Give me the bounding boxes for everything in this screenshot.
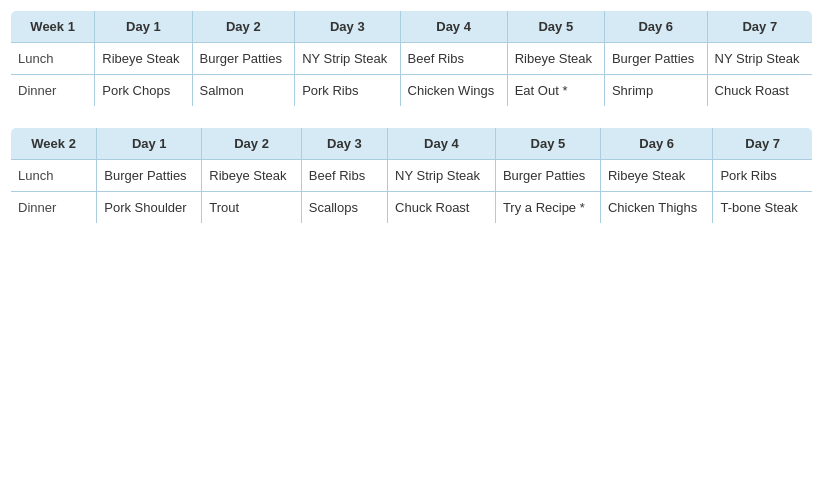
meal-cell-week2-0-day5: Burger Patties <box>495 160 600 192</box>
day-header-week2-5: Day 5 <box>495 128 600 160</box>
day-header-week1-4: Day 4 <box>400 11 507 43</box>
meal-cell-week1-1-day3: Pork Ribs <box>295 75 400 107</box>
meal-cell-week2-1-day1: Pork Shoulder <box>97 192 202 224</box>
day-header-week2-2: Day 2 <box>202 128 302 160</box>
meal-cell-week1-0-day1: Ribeye Steak <box>95 43 192 75</box>
day-header-week1-2: Day 2 <box>192 11 295 43</box>
day-header-week2-4: Day 4 <box>388 128 496 160</box>
meal-label-week1-1: Dinner <box>11 75 95 107</box>
meal-cell-week1-0-day6: Burger Patties <box>604 43 707 75</box>
meal-cell-week1-1-day2: Salmon <box>192 75 295 107</box>
meal-plan-table-week1: Week 1Day 1Day 2Day 3Day 4Day 5Day 6Day … <box>10 10 813 107</box>
day-header-week1-1: Day 1 <box>95 11 192 43</box>
meal-cell-week2-1-day2: Trout <box>202 192 302 224</box>
meal-cell-week1-0-day5: Ribeye Steak <box>507 43 604 75</box>
week-label-week1: Week 1 <box>11 11 95 43</box>
day-header-week1-6: Day 6 <box>604 11 707 43</box>
meal-cell-week2-1-day5: Try a Recipe * <box>495 192 600 224</box>
meal-cell-week1-1-day5: Eat Out * <box>507 75 604 107</box>
meal-plan-table-week2: Week 2Day 1Day 2Day 3Day 4Day 5Day 6Day … <box>10 127 813 224</box>
meal-cell-week2-0-day6: Ribeye Steak <box>600 160 713 192</box>
day-header-week2-7: Day 7 <box>713 128 813 160</box>
meal-row-week2-lunch: LunchBurger PattiesRibeye SteakBeef Ribs… <box>11 160 813 192</box>
day-header-week1-5: Day 5 <box>507 11 604 43</box>
meal-cell-week2-0-day4: NY Strip Steak <box>388 160 496 192</box>
meal-row-week1-dinner: DinnerPork ChopsSalmonPork RibsChicken W… <box>11 75 813 107</box>
week-label-text: Week 1 <box>30 19 75 34</box>
meal-cell-week2-0-day1: Burger Patties <box>97 160 202 192</box>
meal-row-week2-dinner: DinnerPork ShoulderTroutScallopsChuck Ro… <box>11 192 813 224</box>
meal-label-week1-0: Lunch <box>11 43 95 75</box>
meal-cell-week1-1-day1: Pork Chops <box>95 75 192 107</box>
meal-cell-week1-0-day4: Beef Ribs <box>400 43 507 75</box>
meal-cell-week1-1-day6: Shrimp <box>604 75 707 107</box>
day-header-week1-7: Day 7 <box>707 11 812 43</box>
meal-label-week2-1: Dinner <box>11 192 97 224</box>
meal-row-week1-lunch: LunchRibeye SteakBurger PattiesNY Strip … <box>11 43 813 75</box>
meal-cell-week2-1-day4: Chuck Roast <box>388 192 496 224</box>
meal-cell-week2-0-day7: Pork Ribs <box>713 160 813 192</box>
week-label-week2: Week 2 <box>11 128 97 160</box>
meal-cell-week1-0-day2: Burger Patties <box>192 43 295 75</box>
meal-cell-week2-1-day6: Chicken Thighs <box>600 192 713 224</box>
meal-cell-week1-1-day4: Chicken Wings <box>400 75 507 107</box>
week-label-text: Week 2 <box>31 136 76 151</box>
meal-cell-week2-1-day7: T-bone Steak <box>713 192 813 224</box>
meal-cell-week2-0-day2: Ribeye Steak <box>202 160 302 192</box>
meal-label-week2-0: Lunch <box>11 160 97 192</box>
meal-cell-week1-0-day3: NY Strip Steak <box>295 43 400 75</box>
meal-cell-week2-1-day3: Scallops <box>301 192 387 224</box>
day-header-week2-3: Day 3 <box>301 128 387 160</box>
meal-cell-week1-0-day7: NY Strip Steak <box>707 43 812 75</box>
meal-cell-week2-0-day3: Beef Ribs <box>301 160 387 192</box>
day-header-week1-3: Day 3 <box>295 11 400 43</box>
meal-cell-week1-1-day7: Chuck Roast <box>707 75 812 107</box>
day-header-week2-1: Day 1 <box>97 128 202 160</box>
day-header-week2-6: Day 6 <box>600 128 713 160</box>
